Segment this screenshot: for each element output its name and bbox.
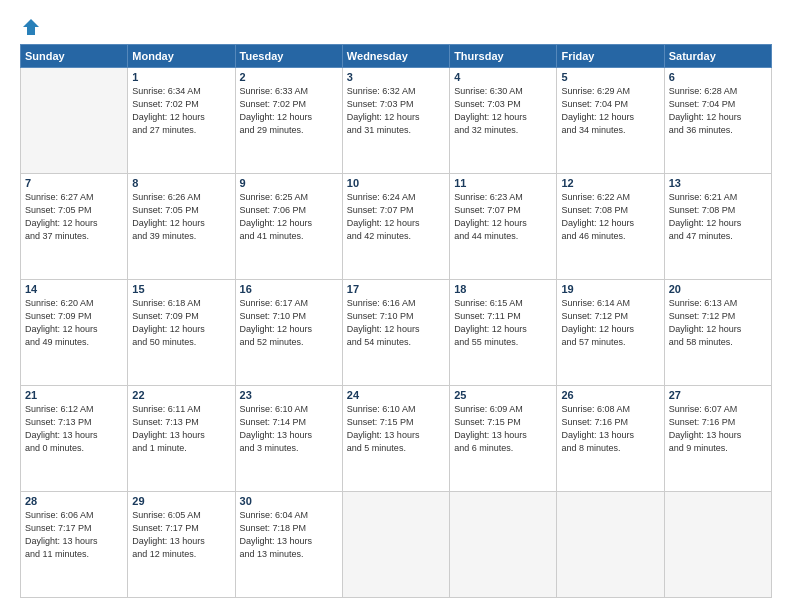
day-info: Sunrise: 6:15 AMSunset: 7:11 PMDaylight:… xyxy=(454,297,552,349)
day-info: Sunrise: 6:16 AMSunset: 7:10 PMDaylight:… xyxy=(347,297,445,349)
calendar-cell-4-5: 25Sunrise: 6:09 AMSunset: 7:15 PMDayligh… xyxy=(450,386,557,492)
day-info: Sunrise: 6:10 AMSunset: 7:15 PMDaylight:… xyxy=(347,403,445,455)
calendar-table: SundayMondayTuesdayWednesdayThursdayFrid… xyxy=(20,44,772,598)
day-info: Sunrise: 6:25 AMSunset: 7:06 PMDaylight:… xyxy=(240,191,338,243)
calendar-cell-3-3: 16Sunrise: 6:17 AMSunset: 7:10 PMDayligh… xyxy=(235,280,342,386)
calendar-cell-1-7: 6Sunrise: 6:28 AMSunset: 7:04 PMDaylight… xyxy=(664,68,771,174)
day-info: Sunrise: 6:17 AMSunset: 7:10 PMDaylight:… xyxy=(240,297,338,349)
calendar-header-saturday: Saturday xyxy=(664,45,771,68)
day-number: 24 xyxy=(347,389,445,401)
day-info: Sunrise: 6:22 AMSunset: 7:08 PMDaylight:… xyxy=(561,191,659,243)
calendar-header-thursday: Thursday xyxy=(450,45,557,68)
calendar-header-tuesday: Tuesday xyxy=(235,45,342,68)
day-number: 23 xyxy=(240,389,338,401)
day-info: Sunrise: 6:34 AMSunset: 7:02 PMDaylight:… xyxy=(132,85,230,137)
calendar-cell-2-3: 9Sunrise: 6:25 AMSunset: 7:06 PMDaylight… xyxy=(235,174,342,280)
day-number: 26 xyxy=(561,389,659,401)
day-info: Sunrise: 6:29 AMSunset: 7:04 PMDaylight:… xyxy=(561,85,659,137)
calendar-header-friday: Friday xyxy=(557,45,664,68)
day-number: 9 xyxy=(240,177,338,189)
day-number: 20 xyxy=(669,283,767,295)
day-info: Sunrise: 6:33 AMSunset: 7:02 PMDaylight:… xyxy=(240,85,338,137)
day-number: 27 xyxy=(669,389,767,401)
week-row-2: 7Sunrise: 6:27 AMSunset: 7:05 PMDaylight… xyxy=(21,174,772,280)
calendar-cell-3-7: 20Sunrise: 6:13 AMSunset: 7:12 PMDayligh… xyxy=(664,280,771,386)
week-row-4: 21Sunrise: 6:12 AMSunset: 7:13 PMDayligh… xyxy=(21,386,772,492)
calendar-cell-1-6: 5Sunrise: 6:29 AMSunset: 7:04 PMDaylight… xyxy=(557,68,664,174)
svg-marker-0 xyxy=(23,19,39,35)
day-info: Sunrise: 6:13 AMSunset: 7:12 PMDaylight:… xyxy=(669,297,767,349)
day-info: Sunrise: 6:08 AMSunset: 7:16 PMDaylight:… xyxy=(561,403,659,455)
day-number: 18 xyxy=(454,283,552,295)
day-number: 3 xyxy=(347,71,445,83)
logo-icon xyxy=(22,18,40,36)
day-number: 6 xyxy=(669,71,767,83)
week-row-1: 1Sunrise: 6:34 AMSunset: 7:02 PMDaylight… xyxy=(21,68,772,174)
calendar-cell-4-3: 23Sunrise: 6:10 AMSunset: 7:14 PMDayligh… xyxy=(235,386,342,492)
day-number: 29 xyxy=(132,495,230,507)
day-number: 25 xyxy=(454,389,552,401)
day-number: 17 xyxy=(347,283,445,295)
calendar-header-sunday: Sunday xyxy=(21,45,128,68)
day-info: Sunrise: 6:26 AMSunset: 7:05 PMDaylight:… xyxy=(132,191,230,243)
calendar-cell-1-3: 2Sunrise: 6:33 AMSunset: 7:02 PMDaylight… xyxy=(235,68,342,174)
day-number: 28 xyxy=(25,495,123,507)
calendar-cell-5-7 xyxy=(664,492,771,598)
calendar-cell-1-4: 3Sunrise: 6:32 AMSunset: 7:03 PMDaylight… xyxy=(342,68,449,174)
day-number: 12 xyxy=(561,177,659,189)
calendar-cell-2-5: 11Sunrise: 6:23 AMSunset: 7:07 PMDayligh… xyxy=(450,174,557,280)
day-number: 2 xyxy=(240,71,338,83)
calendar-cell-3-6: 19Sunrise: 6:14 AMSunset: 7:12 PMDayligh… xyxy=(557,280,664,386)
logo xyxy=(20,18,40,36)
day-number: 1 xyxy=(132,71,230,83)
day-info: Sunrise: 6:28 AMSunset: 7:04 PMDaylight:… xyxy=(669,85,767,137)
day-info: Sunrise: 6:30 AMSunset: 7:03 PMDaylight:… xyxy=(454,85,552,137)
calendar-cell-5-2: 29Sunrise: 6:05 AMSunset: 7:17 PMDayligh… xyxy=(128,492,235,598)
day-info: Sunrise: 6:24 AMSunset: 7:07 PMDaylight:… xyxy=(347,191,445,243)
calendar-cell-4-6: 26Sunrise: 6:08 AMSunset: 7:16 PMDayligh… xyxy=(557,386,664,492)
day-info: Sunrise: 6:04 AMSunset: 7:18 PMDaylight:… xyxy=(240,509,338,561)
calendar-cell-3-5: 18Sunrise: 6:15 AMSunset: 7:11 PMDayligh… xyxy=(450,280,557,386)
day-number: 14 xyxy=(25,283,123,295)
day-info: Sunrise: 6:10 AMSunset: 7:14 PMDaylight:… xyxy=(240,403,338,455)
day-info: Sunrise: 6:32 AMSunset: 7:03 PMDaylight:… xyxy=(347,85,445,137)
calendar-cell-3-4: 17Sunrise: 6:16 AMSunset: 7:10 PMDayligh… xyxy=(342,280,449,386)
day-number: 15 xyxy=(132,283,230,295)
week-row-5: 28Sunrise: 6:06 AMSunset: 7:17 PMDayligh… xyxy=(21,492,772,598)
day-info: Sunrise: 6:09 AMSunset: 7:15 PMDaylight:… xyxy=(454,403,552,455)
calendar-cell-1-5: 4Sunrise: 6:30 AMSunset: 7:03 PMDaylight… xyxy=(450,68,557,174)
header xyxy=(20,18,772,36)
calendar-cell-4-4: 24Sunrise: 6:10 AMSunset: 7:15 PMDayligh… xyxy=(342,386,449,492)
calendar-cell-1-2: 1Sunrise: 6:34 AMSunset: 7:02 PMDaylight… xyxy=(128,68,235,174)
calendar-cell-4-7: 27Sunrise: 6:07 AMSunset: 7:16 PMDayligh… xyxy=(664,386,771,492)
calendar-cell-3-2: 15Sunrise: 6:18 AMSunset: 7:09 PMDayligh… xyxy=(128,280,235,386)
calendar-cell-5-4 xyxy=(342,492,449,598)
day-info: Sunrise: 6:23 AMSunset: 7:07 PMDaylight:… xyxy=(454,191,552,243)
page: SundayMondayTuesdayWednesdayThursdayFrid… xyxy=(0,0,792,612)
day-number: 5 xyxy=(561,71,659,83)
day-info: Sunrise: 6:06 AMSunset: 7:17 PMDaylight:… xyxy=(25,509,123,561)
calendar-cell-5-1: 28Sunrise: 6:06 AMSunset: 7:17 PMDayligh… xyxy=(21,492,128,598)
day-info: Sunrise: 6:11 AMSunset: 7:13 PMDaylight:… xyxy=(132,403,230,455)
day-number: 30 xyxy=(240,495,338,507)
day-number: 7 xyxy=(25,177,123,189)
day-info: Sunrise: 6:07 AMSunset: 7:16 PMDaylight:… xyxy=(669,403,767,455)
calendar-cell-3-1: 14Sunrise: 6:20 AMSunset: 7:09 PMDayligh… xyxy=(21,280,128,386)
calendar-header-wednesday: Wednesday xyxy=(342,45,449,68)
day-number: 22 xyxy=(132,389,230,401)
calendar-header-row: SundayMondayTuesdayWednesdayThursdayFrid… xyxy=(21,45,772,68)
calendar-cell-5-5 xyxy=(450,492,557,598)
calendar-cell-4-1: 21Sunrise: 6:12 AMSunset: 7:13 PMDayligh… xyxy=(21,386,128,492)
calendar-header-monday: Monday xyxy=(128,45,235,68)
day-info: Sunrise: 6:05 AMSunset: 7:17 PMDaylight:… xyxy=(132,509,230,561)
calendar-cell-2-2: 8Sunrise: 6:26 AMSunset: 7:05 PMDaylight… xyxy=(128,174,235,280)
day-number: 13 xyxy=(669,177,767,189)
calendar-cell-2-4: 10Sunrise: 6:24 AMSunset: 7:07 PMDayligh… xyxy=(342,174,449,280)
day-info: Sunrise: 6:12 AMSunset: 7:13 PMDaylight:… xyxy=(25,403,123,455)
day-number: 4 xyxy=(454,71,552,83)
calendar-cell-2-7: 13Sunrise: 6:21 AMSunset: 7:08 PMDayligh… xyxy=(664,174,771,280)
day-info: Sunrise: 6:20 AMSunset: 7:09 PMDaylight:… xyxy=(25,297,123,349)
day-number: 10 xyxy=(347,177,445,189)
day-number: 19 xyxy=(561,283,659,295)
calendar-cell-2-6: 12Sunrise: 6:22 AMSunset: 7:08 PMDayligh… xyxy=(557,174,664,280)
